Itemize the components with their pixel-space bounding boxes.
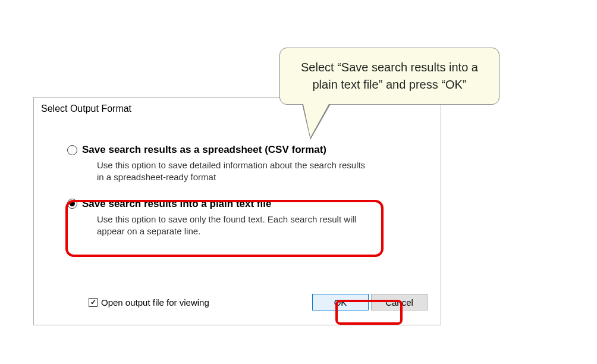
open-output-label: Open output file for viewing: [101, 297, 209, 307]
radio-csv[interactable]: [67, 145, 77, 155]
cancel-button[interactable]: Cancel: [371, 294, 428, 310]
radio-text[interactable]: [67, 199, 77, 209]
annotation-callout: Select “Save search results into a plain…: [279, 48, 517, 143]
option-csv[interactable]: Save search results as a spreadsheet (CS…: [67, 144, 423, 184]
annotation-callout-body: Select “Save search results into a plain…: [279, 48, 499, 105]
annotation-callout-text: Select “Save search results into a plain…: [301, 61, 478, 91]
option-csv-title: Save search results as a spreadsheet (CS…: [82, 144, 326, 156]
dialog-bottom-row: Open output file for viewing OK Cancel: [34, 294, 441, 310]
open-output-checkbox[interactable]: [89, 298, 98, 307]
option-csv-header[interactable]: Save search results as a spreadsheet (CS…: [67, 144, 423, 156]
option-text-title: Save search results into a plain text fi…: [82, 198, 271, 210]
option-text[interactable]: Save search results into a plain text fi…: [67, 198, 423, 238]
open-output-checkbox-wrap[interactable]: Open output file for viewing: [89, 297, 209, 307]
ok-button[interactable]: OK: [312, 294, 369, 310]
option-text-header[interactable]: Save search results into a plain text fi…: [67, 198, 423, 210]
option-text-desc: Use this option to save only the found t…: [97, 214, 370, 238]
option-csv-desc: Use this option to save detailed informa…: [97, 159, 370, 184]
